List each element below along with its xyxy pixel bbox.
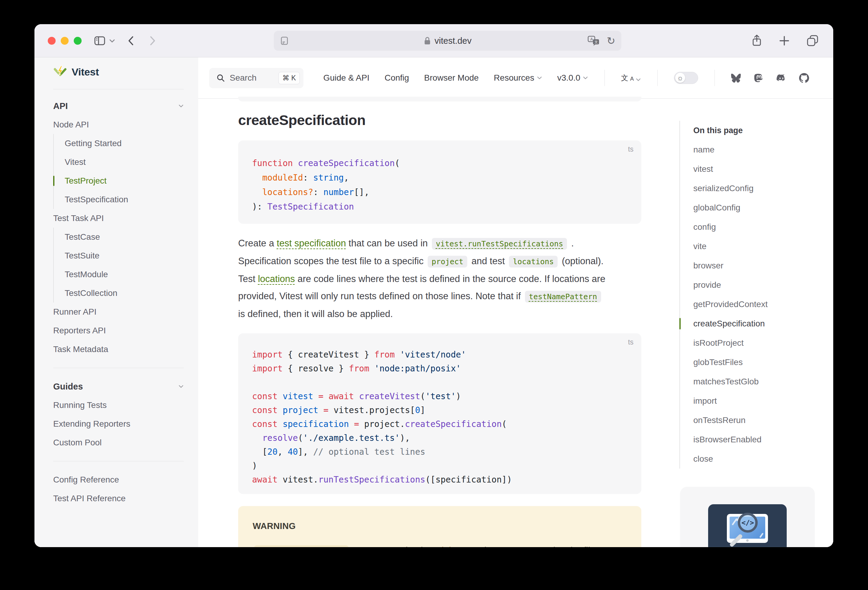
browser-window: vitest.dev A 文 ↻	[34, 24, 833, 547]
search-icon	[216, 74, 225, 82]
mastodon-icon[interactable]	[754, 73, 764, 83]
code-line: const vitest = await createVitest('test'…	[252, 390, 627, 403]
vitest-logo[interactable]: Vitest	[53, 62, 184, 81]
sidebar-item-api[interactable]: API	[53, 97, 184, 115]
divider	[53, 368, 184, 368]
sidebar-item-testmodule[interactable]: TestModule	[53, 265, 184, 284]
toc-item-globtestfiles[interactable]: globTestFiles	[693, 353, 821, 372]
sidebar-item-running-tests[interactable]: Running Tests	[53, 396, 184, 415]
description-paragraph: Create a test specification that can be …	[238, 235, 641, 322]
language-switcher[interactable]: 文A	[621, 74, 641, 81]
translate-ideograph: 文	[621, 74, 628, 81]
text: is defined, then it will also be applied…	[238, 309, 393, 319]
nav-link-guide-api[interactable]: Guide & API	[323, 73, 370, 83]
text: and test	[469, 256, 508, 266]
toc-item-serializedconfig[interactable]: serializedConfig	[693, 179, 821, 198]
sidebar-item-test-task-api[interactable]: Test Task API	[53, 209, 184, 228]
sponsor-card[interactable]: </>	[680, 487, 815, 547]
nav-link-config[interactable]: Config	[384, 73, 409, 83]
link-locations[interactable]: locations	[258, 274, 295, 284]
bluesky-icon[interactable]	[731, 73, 741, 83]
toc-item-getprovidedcontext[interactable]: getProvidedContext	[693, 295, 821, 314]
sidebar-item-custom-pool[interactable]: Custom Pool	[53, 433, 184, 452]
toc-item-globalconfig[interactable]: globalConfig	[693, 198, 821, 218]
toc-item-name[interactable]: name	[693, 140, 821, 159]
link-test-specification[interactable]: test specification	[277, 238, 346, 249]
sidebar-item-testcollection[interactable]: TestCollection	[53, 284, 184, 303]
zoom-window-button[interactable]	[74, 37, 81, 45]
tab-overview-icon[interactable]	[806, 34, 819, 47]
toc-item-close[interactable]: close	[693, 449, 821, 469]
toc-item-vite[interactable]: vite	[693, 237, 821, 256]
code-line	[252, 376, 627, 390]
chevron-down-icon	[178, 385, 184, 388]
sidebar-item-testsuite[interactable]: TestSuite	[53, 246, 184, 265]
link-module-id[interactable]: module ID	[425, 545, 468, 547]
lock-icon	[424, 36, 431, 45]
sidebar-item-vitest[interactable]: Vitest	[53, 153, 184, 172]
sidebar-item-guides[interactable]: Guides	[53, 377, 184, 396]
sidebar-item-config-reference[interactable]: Config Reference	[53, 471, 184, 489]
sidebar-item-testspecification[interactable]: TestSpecification	[53, 190, 184, 209]
code-lang-badge: ts	[628, 338, 633, 346]
nav-link-browser-mode[interactable]: Browser Mode	[424, 73, 479, 83]
back-icon[interactable]	[127, 35, 135, 47]
close-window-button[interactable]	[48, 37, 56, 45]
sidebar-nav: APINode APIGetting StartedVitestTestProj…	[53, 97, 184, 508]
toc-item-vitest[interactable]: vitest	[693, 159, 821, 179]
on-this-page-title: On this page	[693, 121, 821, 140]
sidebar-item-runner-api[interactable]: Runner API	[53, 303, 184, 321]
discord-icon[interactable]	[776, 73, 787, 83]
svg-text:A: A	[590, 37, 593, 41]
sidebar-item-testproject[interactable]: TestProject	[53, 172, 184, 190]
toc-item-isrootproject[interactable]: isRootProject	[693, 333, 821, 353]
toc-item-ontestsrerun[interactable]: onTestsRerun	[693, 410, 821, 430]
sidebar: Vitest APINode APIGetting StartedVitestT…	[34, 57, 198, 547]
inline-code-testnamepattern[interactable]: testNamePattern	[525, 291, 601, 303]
code-line: import { resolve } from 'node:path/posix…	[252, 362, 627, 376]
chevron-down-icon	[537, 76, 542, 80]
minimize-window-button[interactable]	[61, 37, 69, 45]
code-line: resolve('./example.test.ts'),	[252, 431, 627, 445]
search-button[interactable]: Search ⌘ K	[209, 68, 303, 88]
share-icon[interactable]	[751, 34, 763, 47]
text: are code lines where the test is defined…	[295, 274, 605, 284]
nav-link-resources[interactable]: Resources	[494, 73, 542, 83]
toc-item-import[interactable]: import	[693, 391, 821, 410]
github-icon[interactable]	[799, 73, 809, 83]
chevron-down-icon[interactable]	[109, 39, 115, 43]
toc-item-config[interactable]: config	[693, 218, 821, 237]
forward-icon[interactable]	[149, 35, 156, 47]
code-block-example: ts import { createVitest } from 'vitest/…	[238, 333, 641, 494]
sidebar-item-reporters-api[interactable]: Reporters API	[53, 321, 184, 340]
code-line: await vitest.runTestSpecifications([spec…	[252, 473, 627, 487]
translate-icon[interactable]: A 文	[587, 35, 600, 47]
sidebar-item-node-api[interactable]: Node API	[53, 115, 184, 134]
sidebar-item-getting-started[interactable]: Getting Started	[53, 134, 184, 153]
sidebar-item-test-api-reference[interactable]: Test API Reference	[53, 489, 184, 508]
toc-item-isbrowserenabled[interactable]: isBrowserEnabled	[693, 430, 821, 449]
inline-code-vitest-runtestspecifications[interactable]: vitest.runTestSpecifications	[432, 238, 567, 250]
toc-item-browser[interactable]: browser	[693, 256, 821, 275]
vitest-logo-icon	[53, 65, 67, 79]
new-tab-icon[interactable]	[779, 35, 790, 46]
address-bar[interactable]: vitest.dev A 文 ↻	[274, 31, 621, 51]
text: .	[568, 238, 574, 249]
sidebar-toggle-icon[interactable]	[94, 35, 106, 46]
code-line: locations?: number[],	[252, 185, 627, 200]
code-line: ): TestSpecification	[252, 200, 627, 214]
theme-toggle[interactable]: ☼	[674, 72, 698, 84]
nav-link-v3-0-0[interactable]: v3.0.0	[557, 73, 588, 83]
code-line: const specification = project.createSpec…	[252, 417, 627, 431]
code-line: function createSpecification(	[252, 156, 627, 171]
sidebar-item-testcase[interactable]: TestCase	[53, 228, 184, 246]
toc-item-matchestestglob[interactable]: matchesTestGlob	[693, 372, 821, 391]
social-links	[731, 73, 809, 83]
sidebar-item-task-metadata[interactable]: Task Metadata	[53, 340, 184, 359]
sidebar-item-extending-reporters[interactable]: Extending Reporters	[53, 415, 184, 433]
toc-item-createspecification[interactable]: createSpecification	[693, 314, 821, 333]
reader-view-icon[interactable]	[280, 35, 289, 46]
inline-code-createspecification: createSpecification	[254, 545, 348, 547]
toc-item-provide[interactable]: provide	[693, 275, 821, 295]
reload-icon[interactable]: ↻	[607, 35, 616, 47]
